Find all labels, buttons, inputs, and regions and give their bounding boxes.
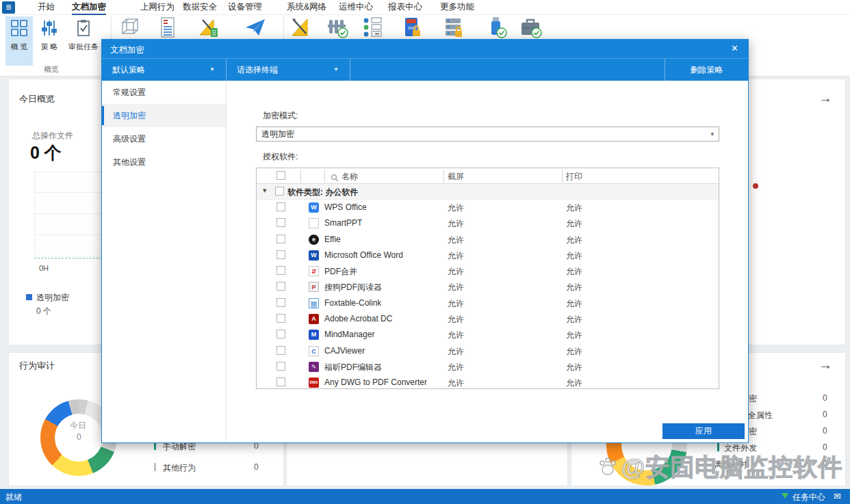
screenshot-permission[interactable]: 允许 <box>448 218 464 230</box>
row-checkbox[interactable] <box>276 346 285 355</box>
app-icon <box>309 298 319 308</box>
mail-icon[interactable]: ✉ <box>834 491 841 501</box>
encryption-mode-select[interactable]: 透明加密 ▾ <box>256 127 719 142</box>
print-permission[interactable]: 允许 <box>566 298 582 310</box>
ribbon-approval-tasks-button[interactable]: 审批任务 <box>66 16 101 66</box>
print-permission[interactable]: 允许 <box>566 314 582 326</box>
menu-more-features[interactable]: 更多功能 <box>440 0 474 15</box>
row-checkbox[interactable] <box>276 330 285 339</box>
row-checkbox[interactable] <box>276 202 285 211</box>
ribbon-overview-button[interactable]: 概 览 <box>5 16 33 66</box>
usb-shield-icon[interactable] <box>485 16 508 39</box>
screenshot-permission[interactable]: 允许 <box>448 235 464 246</box>
print-permission[interactable]: 允许 <box>566 202 582 214</box>
table-row[interactable]: 搜狗PDF阅读器 允许 允许 <box>257 279 719 295</box>
print-permission[interactable]: 允许 <box>566 377 582 388</box>
print-permission[interactable]: 允许 <box>566 282 582 293</box>
screenshot-permission[interactable]: 允许 <box>448 377 464 388</box>
software-group-row[interactable]: ▾ 软件类型: 办公软件 <box>257 184 719 200</box>
ribbon-policy-button[interactable]: 策 略 <box>36 16 63 66</box>
close-icon[interactable]: ✕ <box>731 43 738 53</box>
screenshot-permission[interactable]: 允许 <box>448 266 464 278</box>
table-row[interactable]: PDF合并 允许 允许 <box>257 263 719 279</box>
screenshot-permission[interactable]: 允许 <box>448 282 464 293</box>
row-checkbox[interactable] <box>276 362 285 371</box>
screenshot-permission[interactable]: 允许 <box>448 346 464 358</box>
setsquare-pencil-green-icon[interactable] <box>197 16 220 39</box>
print-permission[interactable]: 允许 <box>566 235 582 246</box>
menu-report-center[interactable]: 报表中心 <box>388 0 422 15</box>
print-permission[interactable]: 允许 <box>566 266 582 278</box>
screenshot-permission[interactable]: 允许 <box>448 298 464 310</box>
screenshot-permission[interactable]: 允许 <box>448 330 464 341</box>
table-row[interactable]: Any DWG to PDF Converter 允许 允许 <box>257 375 719 388</box>
table-row[interactable]: MindManager 允许 允许 <box>257 327 719 343</box>
fence-shield-icon[interactable] <box>326 16 349 39</box>
table-row[interactable]: Microsoft Office Word 允许 允许 <box>257 248 719 263</box>
print-permission[interactable]: 允许 <box>566 362 582 373</box>
menu-data-security[interactable]: 数据安全 <box>183 0 217 15</box>
ssd-lock-icon[interactable]: SSD <box>400 16 424 39</box>
menu-doc-encryption[interactable]: 文档加密 <box>72 0 106 15</box>
row-checkbox[interactable] <box>276 250 285 259</box>
print-permission[interactable]: 允许 <box>566 346 582 358</box>
select-all-checkbox[interactable] <box>276 171 285 180</box>
column-name[interactable]: 名称 <box>342 171 358 183</box>
table-row[interactable]: Adobe Acrobat DC 允许 允许 <box>257 311 719 327</box>
menu-device-mgmt[interactable]: 设备管理 <box>228 0 262 15</box>
nav-advanced-settings[interactable]: 高级设置 <box>102 127 226 150</box>
app-name: MindManager <box>324 330 374 339</box>
screenshot-permission[interactable]: 允许 <box>448 250 464 262</box>
screenshot-permission[interactable]: 允许 <box>448 314 464 326</box>
nav-other-settings[interactable]: 其他设置 <box>102 150 226 174</box>
paper-plane-icon[interactable] <box>244 16 267 39</box>
column-print[interactable]: 打印 <box>566 171 582 183</box>
row-checkbox[interactable] <box>276 282 285 291</box>
group-checkbox[interactable] <box>275 187 284 196</box>
table-row[interactable]: Foxtable-Colink 允许 允许 <box>257 295 719 311</box>
print-permission[interactable]: 允许 <box>566 330 582 341</box>
screenshot-permission[interactable]: 允许 <box>448 202 464 214</box>
row-checkbox[interactable] <box>276 266 285 275</box>
table-row[interactable]: Effie 允许 允许 <box>257 232 719 248</box>
table-row[interactable]: WPS Office 允许 允许 <box>257 200 719 215</box>
row-checkbox[interactable] <box>276 314 285 323</box>
policy-dropdown[interactable]: 默认策略 ▼ <box>102 59 227 81</box>
menu-system-network[interactable]: 系统&网络 <box>287 0 326 15</box>
print-permission[interactable]: 允许 <box>566 218 582 230</box>
screenshot-permission[interactable]: 允许 <box>448 362 464 373</box>
briefcase-shield-icon[interactable] <box>519 16 542 39</box>
app-icon <box>309 250 319 261</box>
delete-policy-button[interactable]: 删除策略 <box>665 59 748 81</box>
app-menu-icon[interactable]: ≣ <box>2 1 15 14</box>
nav-transparent-encryption[interactable]: 透明加密 <box>102 104 226 127</box>
panel-nav-arrow-icon[interactable]: → <box>819 357 832 373</box>
red-dot-indicator <box>753 183 758 189</box>
row-checkbox[interactable] <box>276 377 285 386</box>
expand-chevron-icon[interactable]: ▾ <box>263 186 267 195</box>
server-lock-icon[interactable] <box>442 16 465 39</box>
terminal-dropdown[interactable]: 请选择终端 ▼ <box>227 59 350 81</box>
setsquare-pencil-yellow-icon[interactable] <box>289 16 313 39</box>
org-structure-icon[interactable] <box>361 16 385 39</box>
print-permission[interactable]: 允许 <box>566 250 582 262</box>
cube-icon[interactable] <box>118 16 142 39</box>
table-row[interactable]: CAJViewer 允许 允许 <box>257 343 719 359</box>
nav-general-settings[interactable]: 常规设置 <box>102 81 226 104</box>
app-name: WPS Office <box>324 202 367 212</box>
row-checkbox[interactable] <box>276 298 285 307</box>
task-center-button[interactable]: 任务中心 <box>793 492 825 503</box>
menu-web-behavior[interactable]: 上网行为 <box>140 0 175 15</box>
row-checkbox[interactable] <box>276 235 285 243</box>
dialog-titlebar: 文档加密 ✕ <box>102 40 748 58</box>
panel-nav-arrow-icon[interactable]: → <box>819 90 832 106</box>
table-row[interactable]: SmartPPT 允许 允许 <box>257 215 719 231</box>
column-screenshot[interactable]: 截屏 <box>448 171 464 183</box>
report-list-icon[interactable] <box>156 16 179 39</box>
table-row[interactable]: 福昕PDF编辑器 允许 允许 <box>257 359 719 375</box>
menu-ops-center[interactable]: 运维中心 <box>339 0 373 15</box>
apply-button[interactable]: 应用 <box>662 423 745 439</box>
menu-start[interactable]: 开始 <box>38 0 55 15</box>
row-checkbox[interactable] <box>276 218 285 227</box>
mode-value: 透明加密 <box>261 129 294 139</box>
